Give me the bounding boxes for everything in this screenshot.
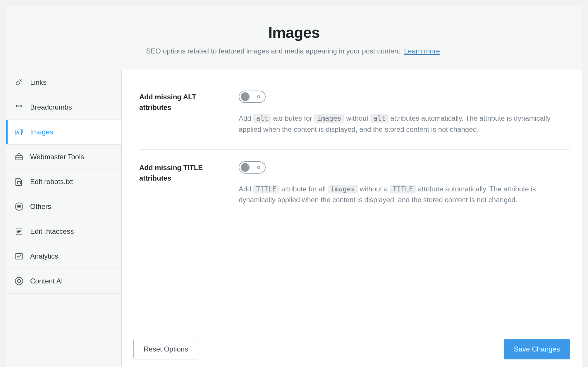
code-title: TITLE	[390, 185, 416, 193]
sidebar-item-content-ai[interactable]: Content AI	[6, 269, 121, 294]
setting-description: Add alt attributes for images without al…	[239, 113, 570, 135]
learn-more-link[interactable]: Learn more	[404, 47, 440, 55]
sidebar-item-label: Webmaster Tools	[30, 153, 84, 161]
code-images: images	[328, 185, 358, 193]
sidebar-item-analytics[interactable]: Analytics	[6, 244, 121, 269]
svg-point-8	[17, 279, 20, 283]
sidebar-item-links[interactable]: Links	[6, 70, 121, 95]
list-icon	[14, 201, 24, 212]
toggle-alt-attributes[interactable]	[239, 91, 266, 103]
ai-icon	[14, 276, 24, 286]
footer-actions: Reset Options Save Changes	[122, 327, 582, 367]
sidebar-item-label: Images	[30, 128, 53, 136]
sidebar: Links Breadcrumbs Images	[6, 70, 122, 367]
sidebar-item-label: Others	[30, 202, 51, 211]
svg-rect-3	[16, 156, 23, 160]
sidebar-item-others[interactable]: Others	[6, 194, 121, 219]
svg-point-0	[16, 82, 19, 85]
setting-description: Add TITLE attribute for all images witho…	[239, 184, 570, 205]
page-title: Images	[18, 24, 570, 41]
code-alt: alt	[370, 114, 388, 123]
file-shield-icon	[14, 176, 24, 187]
page-subtitle: SEO options related to featured images a…	[18, 47, 570, 55]
setting-row-alt: Add missing ALT attributes Add alt attri…	[139, 88, 570, 150]
page-body: Links Breadcrumbs Images	[6, 70, 582, 367]
sidebar-item-label: Analytics	[30, 252, 58, 260]
code-alt: alt	[253, 114, 271, 123]
reset-options-button[interactable]: Reset Options	[133, 339, 198, 359]
content-area: Add missing ALT attributes Add alt attri…	[122, 70, 582, 367]
svg-rect-1	[16, 130, 22, 135]
subtitle-text: SEO options related to featured images a…	[146, 47, 404, 55]
page-header: Images SEO options related to featured i…	[6, 6, 582, 70]
sidebar-item-label: Links	[30, 78, 47, 86]
sidebar-item-label: Edit .htaccess	[30, 227, 74, 236]
sidebar-item-webmaster-tools[interactable]: Webmaster Tools	[6, 145, 121, 169]
code-title: TITLE	[253, 185, 279, 193]
signpost-icon	[14, 102, 24, 112]
setting-label: Add missing TITLE attributes	[139, 161, 230, 205]
settings-card: Images SEO options related to featured i…	[6, 6, 582, 367]
save-changes-button[interactable]: Save Changes	[504, 339, 570, 359]
sidebar-item-edit-robots[interactable]: Edit robots.txt	[6, 169, 121, 194]
sidebar-item-label: Edit robots.txt	[30, 178, 73, 186]
sidebar-item-label: Breadcrumbs	[30, 103, 72, 111]
sidebar-item-edit-htaccess[interactable]: Edit .htaccess	[6, 219, 121, 244]
setting-label: Add missing ALT attributes	[139, 91, 230, 135]
sidebar-item-breadcrumbs[interactable]: Breadcrumbs	[6, 95, 121, 120]
file-text-icon	[14, 226, 24, 237]
subtitle-suffix: .	[440, 47, 442, 55]
toggle-title-attributes[interactable]	[239, 161, 266, 174]
images-icon	[14, 127, 24, 137]
chart-icon	[14, 251, 24, 262]
sidebar-item-label: Content AI	[30, 277, 63, 285]
toolbox-icon	[14, 152, 24, 162]
svg-point-7	[15, 277, 23, 285]
sidebar-item-images[interactable]: Images	[6, 120, 121, 145]
code-images: images	[314, 114, 344, 123]
links-icon	[14, 77, 24, 88]
setting-row-title: Add missing TITLE attributes Add TITLE a…	[139, 150, 570, 220]
svg-rect-6	[16, 253, 23, 259]
